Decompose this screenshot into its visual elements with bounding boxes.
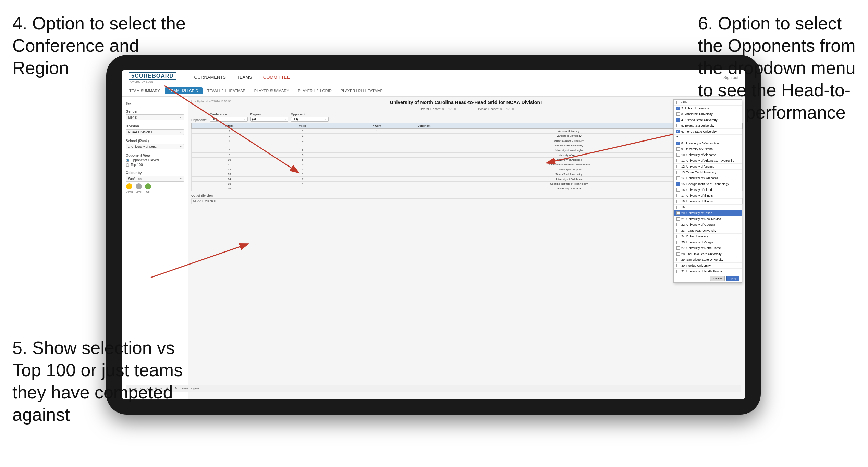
dropdown-item[interactable]: 7. ... <box>674 135 742 140</box>
dropdown-item[interactable]: 19. ... <box>674 205 742 210</box>
dropdown-checkbox <box>676 182 680 186</box>
tab-player-h2h-heatmap[interactable]: PLAYER H2H HEATMAP <box>337 87 387 94</box>
dropdown-item[interactable]: 31. University of North Florida <box>674 269 742 274</box>
logo-sub: Powered by Sport <box>129 80 176 83</box>
dropdown-item[interactable]: 21. University of New Mexico <box>674 216 742 222</box>
dropdown-item[interactable]: 17. University of Illinois <box>674 193 742 199</box>
table-row: 7 <box>267 177 338 182</box>
tab-team-h2h-heatmap[interactable]: TEAM H2H HEATMAP <box>203 87 249 94</box>
dropdown-checkbox <box>676 142 680 145</box>
opponent-filter-label: Opponent <box>291 113 329 116</box>
dropdown-item[interactable]: 13. Texas Tech University <box>674 170 742 175</box>
conference-select[interactable]: (All) <box>210 117 248 122</box>
school-select[interactable]: 1. University of Nort... <box>126 144 184 149</box>
dropdown-item-label: 2. Auburn University <box>681 107 709 110</box>
dropdown-item[interactable]: 10. University of Alabama <box>674 152 742 158</box>
table-row: 2 <box>267 143 338 148</box>
dropdown-item[interactable]: 9. University of Arizona <box>674 146 742 152</box>
table-row: 6 <box>192 143 267 148</box>
navbar: 5COREBOARD Powered by Sport TOURNAMENTS … <box>122 70 745 85</box>
content-area: Team Gender Men's Division NCAA Division… <box>122 97 745 399</box>
dropdown-checkbox <box>676 252 680 256</box>
col-conf: # Conf <box>338 123 416 129</box>
dropdown-item[interactable]: 25. University of Oregon <box>674 239 742 245</box>
dropdown-item[interactable]: 15. Georgia Institute of Technology <box>674 181 742 187</box>
dropdown-item[interactable]: 3. Vanderbilt University <box>674 111 742 117</box>
dropdown-item-label: 21. University of New Mexico <box>681 217 721 221</box>
dropdown-item[interactable]: 5. Texas A&M University <box>674 123 742 129</box>
dropdown-item-label: 14. University of Oklahoma <box>681 176 718 180</box>
main-report: Last Updated: 4/7/2014 16:55:38 Universi… <box>188 97 745 399</box>
cancel-button[interactable]: Cancel <box>710 276 725 281</box>
dropdown-item-label: 30. Purdue University <box>681 264 711 267</box>
dropdown-item[interactable]: 30. Purdue University <box>674 263 742 269</box>
dropdown-checkbox <box>676 194 680 197</box>
dropdown-checkbox <box>676 101 680 104</box>
dropdown-item[interactable]: (All) <box>674 100 742 106</box>
region-select[interactable]: (All) <box>250 117 288 122</box>
dropdown-item[interactable]: 22. University of Georgia <box>674 222 742 228</box>
dropdown-checkbox <box>676 217 680 221</box>
dropdown-checkbox <box>676 200 680 203</box>
table-row: 3 <box>267 153 338 158</box>
table-row <box>338 182 416 186</box>
dropdown-item[interactable]: 12. University of Virginia <box>674 164 742 170</box>
dropdown-item[interactable]: 23. Texas A&M University <box>674 228 742 234</box>
nav-teams[interactable]: TEAMS <box>235 74 254 81</box>
dropdown-item[interactable]: 20. University of Texas <box>674 210 742 216</box>
dropdown-item[interactable]: 29. San Diego State University <box>674 257 742 263</box>
opponent-dropdown[interactable]: (All)2. Auburn University3. Vanderbilt U… <box>673 99 742 283</box>
nav-tournaments[interactable]: TOURNAMENTS <box>190 74 227 81</box>
dropdown-checkbox <box>676 130 680 133</box>
table-row: 13 <box>192 172 267 177</box>
dropdown-item[interactable]: 14. University of Oklahoma <box>674 175 742 181</box>
colour-down-wrap: Down <box>126 183 133 193</box>
conference-filter: Conference (All) <box>210 113 248 122</box>
dropdown-item-label: 4. Arizona State University <box>681 118 718 122</box>
dropdown-item[interactable]: 4. Arizona State University <box>674 117 742 123</box>
dropdown-checkbox <box>676 270 680 273</box>
last-updated: Last Updated: 4/7/2014 16:55:38 <box>191 100 231 103</box>
division-select[interactable]: NCAA Division I <box>126 129 184 135</box>
table-row: 2 <box>267 134 338 138</box>
dropdown-item[interactable]: 27. University of Notre Dame <box>674 245 742 251</box>
dropdown-checkbox <box>676 165 680 168</box>
table-row: 1 <box>267 138 338 143</box>
radio-opponents-played[interactable]: Opponents Played <box>126 158 184 162</box>
radio-top100[interactable]: Top 100 <box>126 163 184 167</box>
table-row: 1 <box>267 172 338 177</box>
gender-label: Gender <box>126 110 184 113</box>
dropdown-item-label: 7. ... <box>676 136 683 139</box>
opponent-select[interactable]: (All) <box>291 117 329 122</box>
nav-committee[interactable]: COMMITTEE <box>262 74 291 81</box>
colour-label: Colour by <box>126 171 184 175</box>
tab-team-h2h-grid[interactable]: TEAM H2H GRID <box>165 87 203 94</box>
tab-player-h2h-grid[interactable]: PLAYER H2H GRID <box>294 87 336 94</box>
colour-select[interactable]: Win/Loss <box>126 176 184 182</box>
dropdown-item-label: 19. ... <box>681 206 689 209</box>
table-row: 2 <box>267 148 338 153</box>
tab-player-summary[interactable]: PLAYER SUMMARY <box>250 87 293 94</box>
dropdown-item-label: 18. University of Illinois <box>681 200 713 203</box>
dropdown-checkbox <box>676 258 680 261</box>
dropdown-item[interactable]: 28. The Ohio State University <box>674 251 742 257</box>
dropdown-item[interactable]: 2. Auburn University <box>674 106 742 111</box>
apply-button[interactable]: Apply <box>726 276 739 281</box>
dropdown-item[interactable]: 16. University of Florida <box>674 187 742 193</box>
dropdown-item[interactable]: 11. University of Arkansas, Fayetteville <box>674 158 742 164</box>
dropdown-checkbox <box>676 211 680 215</box>
dropdown-item[interactable]: 18. University of Illinois <box>674 199 742 205</box>
colour-dots: Down Level Up <box>126 183 184 193</box>
colour-level-label: Level <box>135 190 142 193</box>
dropdown-item-label: 28. The Ohio State University <box>681 252 721 256</box>
dropdown-checkbox <box>676 235 680 238</box>
dropdown-item[interactable]: 8. University of Washington <box>674 140 742 146</box>
dropdown-item[interactable]: 24. Duke University <box>674 234 742 239</box>
table-row <box>338 172 416 177</box>
tab-team-summary[interactable]: TEAM SUMMARY <box>125 87 164 94</box>
dropdown-item[interactable]: 6. Florida State University <box>674 129 742 135</box>
data-table: #Rank # Reg # Conf Opponent Win Loss 2 1… <box>191 123 743 191</box>
dropdown-item-label: 10. University of Alabama <box>681 153 716 157</box>
dropdown-checkbox <box>676 153 680 157</box>
gender-select[interactable]: Men's <box>126 114 184 120</box>
